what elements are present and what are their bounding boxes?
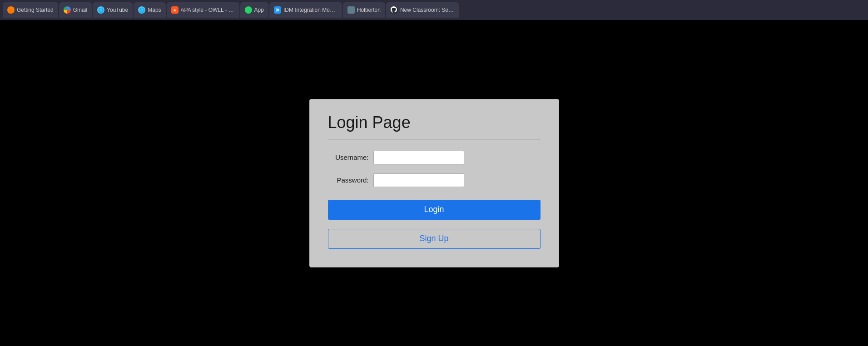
tab-maps[interactable]: 🌐 Maps <box>134 2 165 18</box>
tab-label-gmail: Gmail <box>73 7 87 13</box>
tab-apa-style[interactable]: A APA style - OWLL - Ma... <box>167 2 239 18</box>
username-group: Username: <box>328 151 541 164</box>
tab-getting-started[interactable]: Getting Started <box>3 2 58 18</box>
login-button[interactable]: Login <box>328 200 541 220</box>
idm-icon <box>274 6 281 14</box>
username-input[interactable] <box>373 151 464 164</box>
tab-holberton[interactable]: Holberton <box>343 2 385 18</box>
tab-label-new-classroom: New Classroom: Selec... <box>400 7 454 13</box>
main-content: Login Page Username: Password: Login Sig… <box>0 20 868 346</box>
tab-new-classroom[interactable]: New Classroom: Selec... <box>386 2 459 18</box>
tab-idm[interactable]: IDM Integration Modu... <box>269 2 342 18</box>
globe-icon-maps: 🌐 <box>138 6 145 14</box>
holberton-icon <box>347 6 355 14</box>
tab-gmail[interactable]: Gmail <box>59 2 92 18</box>
username-label: Username: <box>328 153 369 161</box>
tab-app[interactable]: App <box>240 2 268 18</box>
password-input[interactable] <box>373 173 464 187</box>
globe-icon-youtube: 🌐 <box>97 6 104 14</box>
tab-label-holberton: Holberton <box>357 7 381 13</box>
github-icon <box>391 6 398 14</box>
tab-youtube[interactable]: 🌐 YouTube <box>93 2 133 18</box>
password-group: Password: <box>328 173 541 187</box>
tab-label-apa: APA style - OWLL - Ma... <box>181 7 235 13</box>
tab-label-idm: IDM Integration Modu... <box>283 7 337 13</box>
google-icon <box>64 6 71 14</box>
tab-label-app: App <box>254 7 264 13</box>
firefox-icon <box>7 6 15 14</box>
apa-icon: A <box>171 6 179 14</box>
tab-label-maps: Maps <box>148 7 161 13</box>
password-label: Password: <box>328 176 369 184</box>
tab-label-youtube: YouTube <box>107 7 128 13</box>
login-title: Login Page <box>328 113 541 140</box>
signup-button[interactable]: Sign Up <box>328 229 541 249</box>
tab-label-getting-started: Getting Started <box>17 7 54 13</box>
tab-bar: Getting Started Gmail 🌐 YouTube 🌐 Maps A… <box>0 0 868 20</box>
login-card: Login Page Username: Password: Login Sig… <box>309 99 559 267</box>
whatsapp-icon <box>245 6 252 14</box>
